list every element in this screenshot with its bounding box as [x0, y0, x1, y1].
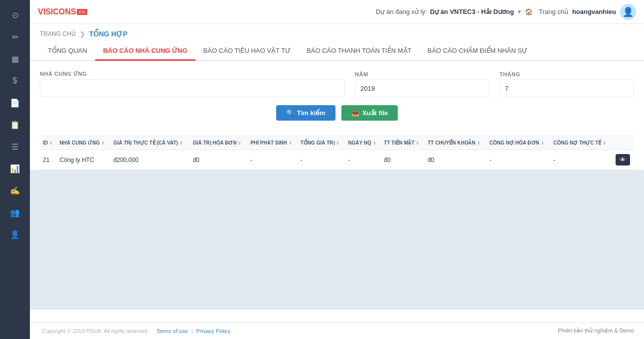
sort-icon-cntt[interactable]: ⇕: [603, 141, 606, 146]
sort-icon-pps[interactable]: ⇕: [289, 141, 292, 146]
sidebar-item-dashboard[interactable]: ⊙: [5, 5, 25, 25]
month-group: THÁNG: [499, 71, 634, 97]
tab-bao-cao-nha-cung-ung[interactable]: BÁO CÁO NHÀ CUNG ỨNG: [95, 42, 195, 61]
breadcrumb: TRANG CHỦ ❯ TỔNG HỢP: [30, 24, 644, 42]
footer-version: Phiên bản thử nghiệm & Demo: [558, 328, 634, 334]
home-link[interactable]: Trang chủ: [539, 8, 568, 15]
month-label: THÁNG: [499, 71, 634, 77]
search-icon: 🔍: [286, 109, 294, 117]
project-label: Dự án đang xử lý:: [376, 8, 427, 15]
cell-action: 👁: [613, 150, 634, 170]
search-button[interactable]: 🔍 Tìm kiếm: [276, 105, 335, 121]
col-id: ID ⇕: [40, 136, 57, 150]
col-tt-chuyen-khoan: TT CHUYỂN KHOẢN ⇕: [425, 136, 486, 150]
user-section: Trang chủ hoangvanhieu 👤: [539, 4, 636, 20]
footer-copyright: Copyright © 2019 PiSoft. All rights rese…: [42, 328, 149, 334]
col-tong-gia-tri: TỔNG GIÁ TRỊ ⇕: [298, 136, 345, 150]
cell-gia-tri-thuc-te: đ200,000: [111, 150, 190, 170]
sort-icon-gttt[interactable]: ⇕: [179, 141, 183, 146]
chevron-down-icon[interactable]: ▼: [517, 9, 522, 14]
header-right: Dự án đang xử lý: Dự án VNTEC3 - Hải Dươ…: [376, 4, 636, 20]
cell-gia-tri-hoa-don: đ0: [190, 150, 248, 170]
table-header-row: ID ⇕ NHÀ CUNG ỨNG ⇕ GIÁ TRỊ THỰC TẾ (CÀ …: [40, 136, 634, 150]
report-table: ID ⇕ NHÀ CUNG ỨNG ⇕ GIÁ TRỊ THỰC TẾ (CÀ …: [40, 136, 634, 170]
export-button[interactable]: 📤 Xuất file: [341, 105, 398, 121]
footer: Copyright © 2019 PiSoft. All rights rese…: [30, 322, 644, 339]
header: VISICONS EIS Dự án đang xử lý: Dự án VNT…: [30, 0, 644, 24]
col-ngay-nq: NGÀY NQ ⇕: [345, 136, 381, 150]
sidebar-item-file[interactable]: 📄: [5, 93, 25, 113]
sidebar-item-users[interactable]: 👥: [5, 202, 25, 222]
cell-nha-cung-ung: Công ty HTC: [57, 150, 111, 170]
footer-privacy-link[interactable]: Privacy Policy: [196, 328, 230, 334]
breadcrumb-separator: ❯: [80, 30, 85, 38]
project-name: Dự án VNTEC3 - Hải Dương: [430, 8, 514, 15]
footer-terms-link[interactable]: Terms of use: [157, 328, 188, 334]
home-icon[interactable]: 🏠: [525, 8, 533, 15]
breadcrumb-home[interactable]: TRANG CHỦ: [40, 30, 76, 37]
year-input[interactable]: [355, 79, 489, 97]
logo-text: VISICONS: [38, 7, 76, 16]
logo: VISICONS EIS: [38, 7, 87, 16]
supplier-label: NHÀ CUNG ỨNG: [40, 71, 345, 77]
sidebar-item-dollar[interactable]: $: [5, 71, 25, 91]
export-icon: 📤: [351, 109, 359, 117]
year-group: NĂM: [355, 71, 489, 97]
col-nha-cung-ung: NHÀ CUNG ỨNG ⇕: [57, 136, 111, 150]
cell-tt-chuyen-khoan: đ0: [425, 150, 486, 170]
col-gia-tri-thuc-te: GIÁ TRỊ THỰC TẾ (CÀ VAT) ⇕: [111, 136, 190, 150]
supplier-input[interactable]: [40, 79, 345, 97]
tabs: TỔNG QUAN BÁO CÁO NHÀ CUNG ỨNG BÁO CÁO T…: [30, 42, 644, 61]
sort-icon-ttck[interactable]: ⇕: [477, 141, 481, 146]
year-label: NĂM: [355, 71, 489, 77]
cell-phi-phat-sinh: -: [247, 150, 297, 170]
project-info: Dự án đang xử lý: Dự án VNTEC3 - Hải Dươ…: [376, 8, 533, 15]
filter-form: NHÀ CUNG ỨNG NĂM THÁNG 🔍 Tìm kiếm: [30, 61, 644, 136]
tab-bao-cao-cham-diem[interactable]: BÁO CÁO CHẤM ĐIỂM NHÂN SỰ: [419, 42, 535, 61]
sort-icon-ngaynq[interactable]: ⇕: [373, 141, 376, 146]
cell-cong-no-hoa-don: -: [486, 150, 550, 170]
sidebar-item-chart[interactable]: ▦: [5, 49, 25, 69]
col-phi-phat-sinh: PHÍ PHÁT SINH ⇕: [247, 136, 297, 150]
page-content: TRANG CHỦ ❯ TỔNG HỢP TỔNG QUAN BÁO CÁO N…: [30, 24, 644, 322]
table-container: ID ⇕ NHÀ CUNG ỨNG ⇕ GIÁ TRỊ THỰC TẾ (CÀ …: [30, 136, 644, 170]
col-cong-no-hoa-don: CÔNG NỢ HÓA ĐƠN ⇕: [486, 136, 550, 150]
user-name: hoangvanhieu: [572, 8, 616, 15]
sidebar-item-user-add[interactable]: 👤: [5, 224, 25, 244]
sort-icon-ncu[interactable]: ⇕: [101, 141, 105, 146]
button-row: 🔍 Tìm kiếm 📤 Xuất file: [40, 105, 634, 121]
table-row: 21 Công ty HTC đ200,000 đ0 - - - đ0 đ0 -…: [40, 150, 634, 170]
sidebar: ⊙ ✏ ▦ $ 📄 📋 ☰ 📊 ✍ 👥 👤: [0, 0, 30, 339]
logo-badge: EIS: [77, 9, 87, 15]
col-action: [613, 136, 634, 150]
tab-tong-quan[interactable]: TỔNG QUAN: [40, 42, 95, 61]
sidebar-item-list[interactable]: ☰: [5, 137, 25, 157]
sort-icon-gthd[interactable]: ⇕: [238, 141, 241, 146]
col-gia-tri-hoa-don: GIÁ TRỊ HÓA ĐƠN ⇕: [190, 136, 248, 150]
sort-icon-tttm[interactable]: ⇕: [416, 141, 419, 146]
month-input[interactable]: [499, 79, 634, 97]
search-button-label: Tìm kiếm: [297, 109, 325, 117]
tab-bao-cao-tieu-hao[interactable]: BÁO CÁO TIÊU HAO VẬT TƯ: [195, 42, 299, 61]
col-tt-tien-mat: TT TIỀN MẶT ⇕: [381, 136, 425, 150]
avatar[interactable]: 👤: [620, 4, 636, 20]
tab-bao-cao-thanh-toan[interactable]: BÁO CÁO THANH TOÁN TIỀN MẶT: [299, 42, 419, 61]
cell-ngay-nq: -: [345, 150, 381, 170]
cell-tt-tien-mat: đ0: [381, 150, 425, 170]
breadcrumb-current: TỔNG HỢP: [89, 30, 128, 38]
sort-icon-cnhd[interactable]: ⇕: [541, 141, 544, 146]
sidebar-item-edit[interactable]: ✏: [5, 27, 25, 47]
sort-icon-id[interactable]: ⇕: [49, 141, 53, 146]
export-button-label: Xuất file: [362, 109, 388, 117]
sidebar-item-sign[interactable]: ✍: [5, 180, 25, 200]
supplier-group: NHÀ CUNG ỨNG: [40, 71, 345, 97]
view-detail-button[interactable]: 👁: [616, 154, 630, 166]
sort-icon-tgt[interactable]: ⇕: [336, 141, 339, 146]
cell-id: 21: [40, 150, 57, 170]
form-row: NHÀ CUNG ỨNG NĂM THÁNG: [40, 71, 634, 97]
sidebar-item-barchart[interactable]: 📊: [5, 159, 25, 178]
cell-cong-no-thuc-te: -: [550, 150, 612, 170]
cell-tong-gia-tri: -: [298, 150, 345, 170]
sidebar-item-clipboard[interactable]: 📋: [5, 115, 25, 135]
footer-links: Copyright © 2019 PiSoft. All rights rese…: [40, 328, 230, 334]
